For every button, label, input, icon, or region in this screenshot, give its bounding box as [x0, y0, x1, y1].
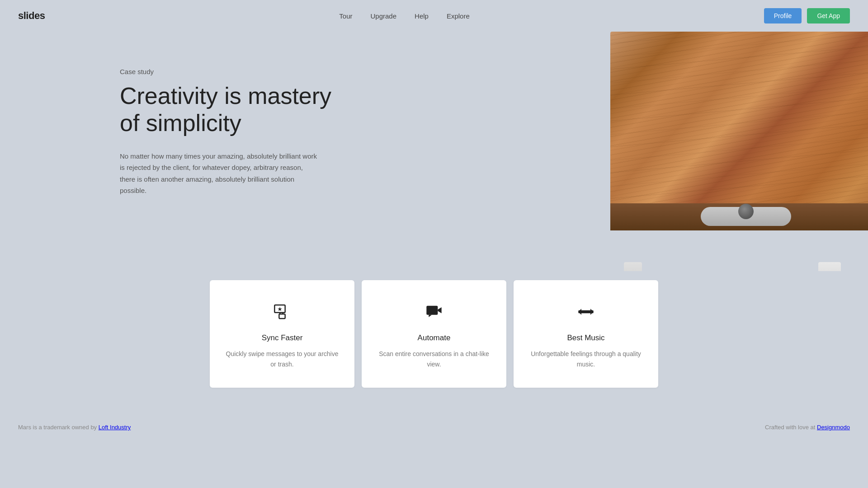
get-app-button[interactable]: Get App	[807, 8, 850, 23]
footer-right-text: Crafted with love at	[765, 424, 817, 431]
footer-right-link[interactable]: Designmodo	[817, 424, 850, 431]
header: slides Tour Upgrade Help Explore Profile…	[0, 0, 868, 32]
features-section: Sync Faster Quickly swipe messages to yo…	[0, 271, 868, 415]
speaker-leg-right	[818, 262, 841, 271]
nav-upgrade[interactable]: Upgrade	[371, 12, 397, 20]
header-actions: Profile Get App	[764, 8, 850, 23]
svg-marker-4	[278, 307, 282, 311]
svg-rect-5	[426, 306, 438, 315]
wood-grain-2	[610, 32, 868, 230]
hero-content: Case study Creativity is mastery of simp…	[120, 59, 346, 197]
feature-desc-music: Unforgettable feelings through a quality…	[527, 349, 645, 370]
nav-explore[interactable]: Explore	[447, 12, 470, 20]
feature-title-sync: Sync Faster	[223, 333, 341, 343]
footer-left-text: Mars is a trademark owned by	[18, 424, 99, 431]
footer-left-link[interactable]: Loft Industry	[99, 424, 131, 431]
feature-desc-sync: Quickly swipe messages to your archive o…	[223, 349, 341, 370]
hero-image	[606, 32, 868, 271]
speaker-grille	[701, 207, 791, 226]
feature-desc-automate: Scan entire conversations in a chat-like…	[375, 349, 493, 370]
feature-card-automate: Automate Scan entire conversations in a …	[362, 280, 506, 388]
nav-help[interactable]: Help	[415, 12, 429, 20]
video-icon	[375, 303, 493, 324]
hero-body: No matter how many times your amazing, a…	[120, 150, 319, 197]
speaker-cone	[738, 204, 754, 219]
feature-card-music: Best Music Unforgettable feelings throug…	[514, 280, 658, 388]
svg-marker-6	[438, 307, 441, 313]
hero-title: Creativity is mastery of simplicity	[120, 83, 346, 137]
footer-left: Mars is a trademark owned by Loft Indust…	[18, 424, 131, 431]
nav-tour[interactable]: Tour	[339, 12, 352, 20]
main-nav: Tour Upgrade Help Explore	[339, 12, 469, 20]
hero-section: Case study Creativity is mastery of simp…	[0, 32, 868, 271]
speaker-bottom-bar	[610, 203, 868, 230]
music-icon	[527, 303, 645, 324]
feature-title-automate: Automate	[375, 333, 493, 343]
sync-icon	[223, 303, 341, 324]
svg-marker-9	[590, 309, 594, 314]
case-study-label: Case study	[120, 68, 346, 75]
speaker-box	[610, 32, 868, 230]
footer: Mars is a trademark owned by Loft Indust…	[0, 415, 868, 440]
feature-card-sync: Sync Faster Quickly swipe messages to yo…	[210, 280, 354, 388]
svg-rect-1	[279, 314, 285, 319]
profile-button[interactable]: Profile	[764, 8, 802, 23]
footer-right: Crafted with love at Designmodo	[765, 424, 850, 431]
feature-title-music: Best Music	[527, 333, 645, 343]
speaker-leg-left	[624, 262, 642, 271]
logo: slides	[18, 10, 45, 22]
svg-marker-8	[578, 309, 581, 314]
